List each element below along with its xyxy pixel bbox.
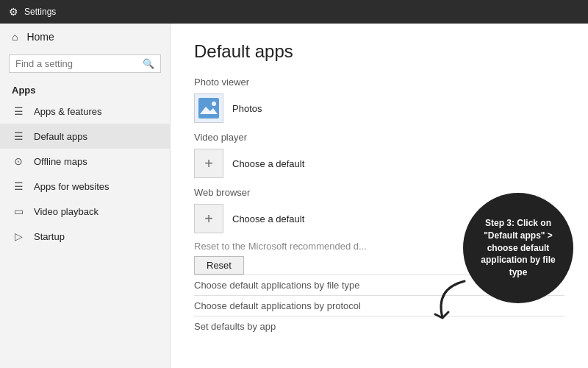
video-player-row[interactable]: + Choose a default bbox=[194, 149, 564, 178]
sidebar-item-offline-maps-label: Offline maps bbox=[34, 156, 87, 167]
sidebar-item-apps-websites[interactable]: ☰ Apps for websites bbox=[0, 174, 170, 199]
top-bar-title: Settings bbox=[24, 7, 56, 17]
sidebar-item-video-playback-label: Video playback bbox=[34, 206, 98, 217]
page-title: Default apps bbox=[194, 41, 564, 62]
photo-viewer-row[interactable]: Photos bbox=[194, 93, 564, 123]
video-player-app-name: Choose a default bbox=[232, 158, 304, 169]
video-player-plus-icon: + bbox=[204, 155, 213, 172]
web-browser-plus-icon: + bbox=[204, 210, 213, 227]
apps-features-icon: ☰ bbox=[12, 105, 25, 118]
sidebar-item-apps-features-label: Apps & features bbox=[34, 106, 102, 117]
home-icon: ⌂ bbox=[12, 31, 18, 43]
svg-rect-0 bbox=[198, 98, 219, 118]
sidebar-item-apps-features[interactable]: ☰ Apps & features bbox=[0, 99, 170, 124]
sidebar-item-default-apps[interactable]: ☰ Default apps bbox=[0, 124, 170, 149]
annotation-arrow bbox=[420, 274, 479, 333]
sidebar-item-apps-websites-label: Apps for websites bbox=[34, 181, 110, 192]
sidebar-item-default-apps-label: Default apps bbox=[34, 131, 87, 142]
photos-app-name: Photos bbox=[232, 103, 262, 114]
annotation-bubble: Step 3: Click on "Default apps" > choose… bbox=[463, 193, 573, 303]
photos-app-icon-box bbox=[194, 93, 223, 123]
search-box[interactable]: 🔍 bbox=[9, 54, 161, 73]
video-player-label: Video player bbox=[194, 132, 564, 143]
video-player-icon-box: + bbox=[194, 149, 223, 178]
web-browser-app-name: Choose a default bbox=[232, 213, 304, 224]
photos-icon bbox=[198, 98, 219, 118]
apps-websites-icon: ☰ bbox=[12, 180, 25, 193]
svg-point-2 bbox=[212, 102, 216, 106]
offline-maps-icon: ⊙ bbox=[12, 155, 25, 168]
sidebar-item-video-playback[interactable]: ▭ Video playback bbox=[0, 199, 170, 224]
sidebar-item-startup[interactable]: ▷ Startup bbox=[0, 224, 170, 249]
sidebar-item-home[interactable]: ⌂ Home bbox=[0, 24, 170, 50]
sidebar-item-offline-maps[interactable]: ⊙ Offline maps bbox=[0, 149, 170, 174]
annotation-text: Step 3: Click on "Default apps" > choose… bbox=[475, 217, 562, 279]
link-defaults-by-app[interactable]: Set defaults by app bbox=[194, 316, 564, 336]
web-browser-icon-box: + bbox=[194, 204, 223, 233]
reset-button[interactable]: Reset bbox=[194, 256, 244, 275]
sidebar: ⌂ Home 🔍 Apps ☰ Apps & features ☰ Defaul… bbox=[0, 24, 171, 368]
startup-icon: ▷ bbox=[12, 230, 25, 243]
sidebar-section-label: Apps bbox=[0, 80, 170, 99]
video-playback-icon: ▭ bbox=[12, 205, 25, 218]
default-apps-icon: ☰ bbox=[12, 130, 25, 143]
sidebar-home-label: Home bbox=[26, 31, 54, 43]
top-bar: ⚙ Settings bbox=[0, 0, 588, 24]
main-layout: ⌂ Home 🔍 Apps ☰ Apps & features ☰ Defaul… bbox=[0, 24, 588, 368]
content-area: Default apps Photo viewer Photos Video p… bbox=[171, 24, 588, 368]
settings-icon: ⚙ bbox=[9, 6, 18, 18]
search-input[interactable] bbox=[15, 58, 143, 69]
photo-viewer-label: Photo viewer bbox=[194, 77, 564, 88]
sidebar-item-startup-label: Startup bbox=[34, 231, 65, 242]
search-icon: 🔍 bbox=[143, 58, 154, 69]
